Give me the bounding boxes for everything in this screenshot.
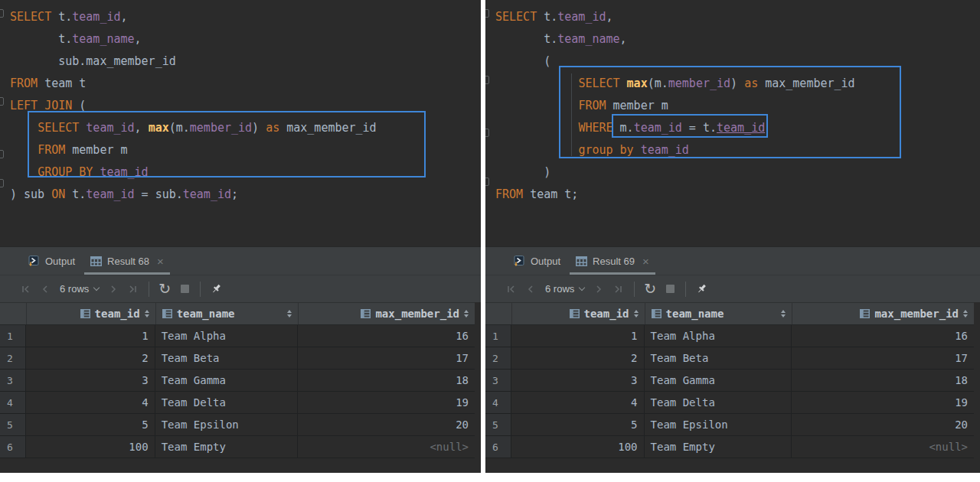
row-number[interactable]: 4 <box>485 392 511 413</box>
table-row[interactable]: 44Team Delta19 <box>0 392 475 414</box>
cell-team-id[interactable]: 2 <box>511 347 645 369</box>
sql-editor[interactable]: SELECT t.team_id, t.team_name, sub.max_m… <box>0 0 481 246</box>
next-page-button[interactable] <box>103 280 123 298</box>
cell-team-name[interactable]: Team Empty <box>645 436 792 458</box>
row-number[interactable]: 3 <box>485 370 511 391</box>
pin-tab-button[interactable] <box>691 280 711 298</box>
cell-max-member-id[interactable]: 20 <box>298 414 475 435</box>
cell-team-name[interactable]: Team Beta <box>645 347 792 369</box>
row-number[interactable]: 5 <box>485 414 511 435</box>
column-header-team-id[interactable]: team_id <box>511 303 645 324</box>
cell-team-id[interactable]: 3 <box>26 370 155 391</box>
cell-max-member-id[interactable]: 19 <box>298 392 475 413</box>
statement-gutter-marker[interactable] <box>0 9 4 18</box>
cell-team-id[interactable]: 2 <box>26 347 155 369</box>
column-header-team-name[interactable]: team_name <box>155 303 299 324</box>
close-icon[interactable]: × <box>157 256 164 267</box>
statement-gutter-marker[interactable] <box>485 129 489 137</box>
cell-team-id[interactable]: 1 <box>511 325 645 347</box>
cell-max-member-id[interactable]: 16 <box>298 325 475 347</box>
table-row[interactable]: 44Team Delta19 <box>485 392 974 414</box>
cell-team-name[interactable]: Team Epsilon <box>155 414 299 435</box>
cell-max-member-id[interactable]: 16 <box>792 325 974 347</box>
reload-query-button[interactable]: ↻ <box>640 280 660 298</box>
table-row[interactable]: 55Team Epsilon20 <box>485 414 974 436</box>
statement-gutter-marker[interactable] <box>485 9 489 18</box>
table-row[interactable]: 6100Team Empty<null> <box>0 436 475 458</box>
cell-team-id[interactable]: 5 <box>511 414 645 435</box>
cell-max-member-id[interactable]: 18 <box>792 370 974 391</box>
previous-page-button[interactable] <box>35 280 55 298</box>
cell-team-id[interactable]: 100 <box>511 436 645 458</box>
column-header-max-member-id[interactable]: max_member_id <box>298 303 475 324</box>
row-number[interactable]: 4 <box>0 392 26 413</box>
tab-result[interactable]: Result 69 × <box>568 247 657 275</box>
tab-output[interactable]: Output <box>505 247 568 275</box>
rows-count-dropdown[interactable]: 6 rows <box>60 283 99 295</box>
cell-max-member-id[interactable]: <null> <box>298 436 475 458</box>
tab-result[interactable]: Result 68 × <box>83 247 172 275</box>
table-row[interactable]: 11Team Alpha16 <box>0 325 475 347</box>
cell-max-member-id[interactable]: 19 <box>792 392 974 413</box>
row-number[interactable]: 6 <box>485 436 511 458</box>
cell-team-id[interactable]: 1 <box>26 325 155 347</box>
tab-output[interactable]: Output <box>20 247 83 275</box>
sort-icon[interactable] <box>781 310 786 318</box>
cell-max-member-id[interactable]: 20 <box>792 414 974 435</box>
cell-team-name[interactable]: Team Alpha <box>645 325 792 347</box>
cell-team-name[interactable]: Team Delta <box>155 392 299 413</box>
cell-max-member-id[interactable]: 17 <box>792 347 974 369</box>
statement-gutter-marker[interactable] <box>0 97 4 106</box>
cell-team-id[interactable]: 5 <box>26 414 155 435</box>
statement-gutter-marker[interactable] <box>485 76 489 84</box>
table-row[interactable]: 11Team Alpha16 <box>485 325 974 347</box>
cell-team-name[interactable]: Team Empty <box>155 436 299 458</box>
cell-team-id[interactable]: 4 <box>511 392 645 413</box>
cell-max-member-id[interactable]: 17 <box>298 347 475 369</box>
table-row[interactable]: 33Team Gamma18 <box>485 370 974 392</box>
cell-team-id[interactable]: 100 <box>26 436 155 458</box>
rows-count-dropdown[interactable]: 6 rows <box>545 283 584 295</box>
cell-team-id[interactable]: 3 <box>511 370 645 391</box>
first-page-button[interactable] <box>15 280 35 298</box>
row-number[interactable]: 1 <box>485 325 511 347</box>
sort-icon[interactable] <box>145 310 149 318</box>
cell-team-name[interactable]: Team Epsilon <box>645 414 792 435</box>
sort-icon[interactable] <box>287 310 292 318</box>
table-row[interactable]: 55Team Epsilon20 <box>0 414 475 436</box>
cell-team-name[interactable]: Team Delta <box>645 392 792 413</box>
cell-team-id[interactable]: 4 <box>26 392 155 413</box>
cell-team-name[interactable]: Team Gamma <box>155 370 299 391</box>
row-number[interactable]: 5 <box>0 414 26 435</box>
sql-editor[interactable]: SELECT t.team_id, t.team_name, ( SELECT … <box>485 0 980 246</box>
sort-icon[interactable] <box>634 310 639 318</box>
row-number[interactable]: 1 <box>0 325 26 347</box>
statement-gutter-marker[interactable] <box>0 179 4 187</box>
last-page-button[interactable] <box>123 280 143 298</box>
table-row[interactable]: 6100Team Empty<null> <box>485 436 974 458</box>
last-page-button[interactable] <box>609 280 629 298</box>
stop-query-button[interactable] <box>175 280 194 298</box>
cell-team-name[interactable]: Team Gamma <box>645 370 792 391</box>
statement-gutter-marker[interactable] <box>0 150 4 158</box>
row-number[interactable]: 3 <box>0 370 26 391</box>
statement-gutter-marker[interactable] <box>485 177 489 186</box>
cell-max-member-id[interactable]: <null> <box>792 436 974 458</box>
next-page-button[interactable] <box>589 280 609 298</box>
pin-tab-button[interactable] <box>206 280 226 298</box>
table-row[interactable]: 33Team Gamma18 <box>0 370 475 392</box>
row-number[interactable]: 2 <box>485 347 511 369</box>
cell-team-name[interactable]: Team Alpha <box>155 325 299 347</box>
column-header-max-member-id[interactable]: max_member_id <box>792 303 974 324</box>
sort-icon[interactable] <box>464 310 469 318</box>
table-row[interactable]: 22Team Beta17 <box>0 347 475 370</box>
stop-query-button[interactable] <box>660 280 680 298</box>
sort-icon[interactable] <box>963 310 968 318</box>
close-icon[interactable]: × <box>642 256 649 267</box>
previous-page-button[interactable] <box>521 280 541 298</box>
column-header-team-name[interactable]: team_name <box>645 303 792 324</box>
reload-query-button[interactable]: ↻ <box>155 280 175 298</box>
column-header-team-id[interactable]: team_id <box>26 303 155 324</box>
row-number[interactable]: 6 <box>0 436 26 458</box>
cell-max-member-id[interactable]: 18 <box>298 370 475 391</box>
